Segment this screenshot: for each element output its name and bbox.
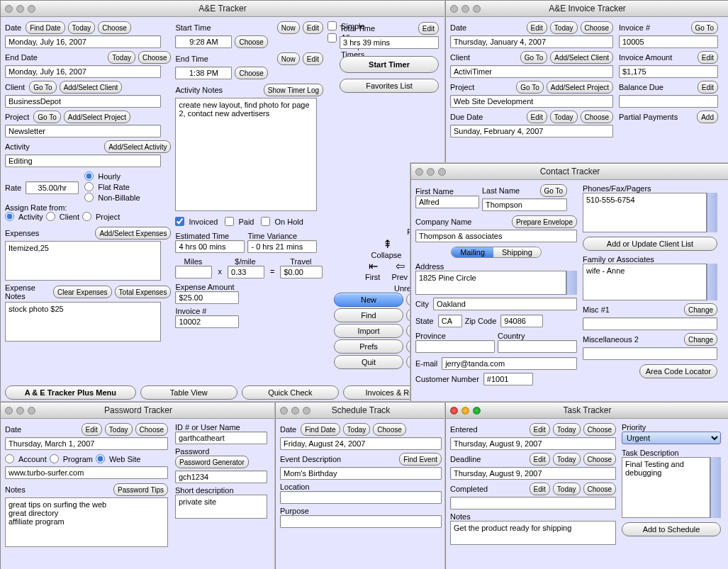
now-button[interactable]: Now xyxy=(277,52,300,65)
address-input[interactable]: 1825 Pine Circle xyxy=(415,271,566,295)
tab-shipping[interactable]: Shipping xyxy=(493,247,541,257)
titlebar[interactable]: Schedule Track xyxy=(276,402,446,419)
edit-button[interactable]: Edit xyxy=(82,423,102,436)
misc1-input[interactable] xyxy=(583,317,717,330)
date-input[interactable]: Monday, July 16, 2007 xyxy=(5,35,161,48)
goto-button[interactable]: Go To xyxy=(33,111,61,123)
total-expenses-button[interactable]: Total Expenses xyxy=(115,286,172,298)
today-button[interactable]: Today xyxy=(68,21,96,34)
invoice-amount-input[interactable]: $1,175 xyxy=(619,65,718,78)
end-date-input[interactable]: Monday, July 16, 2007 xyxy=(5,65,161,78)
website-radio[interactable]: Web Site xyxy=(96,454,140,463)
close-icon[interactable] xyxy=(450,407,458,415)
permile-input[interactable]: 0.33 xyxy=(228,266,264,278)
edit-button[interactable]: Edit xyxy=(530,453,550,466)
scrollbar[interactable] xyxy=(710,457,721,518)
travel-input[interactable]: $0.00 xyxy=(280,266,323,278)
add-select-project-button[interactable]: Add/Select Project xyxy=(64,111,130,123)
date-input[interactable]: Thursday, January 4, 2007 xyxy=(450,35,613,48)
table-view-button[interactable]: Table View xyxy=(140,385,237,400)
country-input[interactable] xyxy=(498,340,577,353)
first-name-input[interactable]: Alfred xyxy=(415,196,479,208)
titlebar[interactable]: Contact Tracker xyxy=(411,164,728,180)
id-user-input[interactable]: garthcatheart xyxy=(175,432,267,444)
deadline-input[interactable]: Thursday, August 9, 2007 xyxy=(450,467,616,480)
find-button[interactable]: Find xyxy=(334,308,403,322)
edit-button[interactable]: Edit xyxy=(303,52,323,65)
choose-button[interactable]: Choose xyxy=(235,67,267,79)
prefs-button[interactable]: Prefs xyxy=(334,339,403,354)
zoom-icon[interactable] xyxy=(28,5,35,13)
close-icon[interactable] xyxy=(5,407,13,415)
add-button[interactable]: Add xyxy=(697,111,718,123)
favorites-list-button[interactable]: Favorites List xyxy=(340,79,439,93)
import-button[interactable]: Import xyxy=(334,324,403,338)
today-button[interactable]: Today xyxy=(553,453,581,466)
completed-input[interactable] xyxy=(450,497,616,509)
close-icon[interactable] xyxy=(280,407,288,415)
location-input[interactable] xyxy=(280,491,442,504)
minimize-icon[interactable] xyxy=(16,407,24,415)
edit-button[interactable]: Edit xyxy=(527,111,547,123)
close-icon[interactable] xyxy=(5,5,13,13)
priority-select[interactable]: Urgent xyxy=(622,432,721,444)
prev-icon[interactable]: ⇦ xyxy=(396,259,405,273)
find-event-button[interactable]: Find Event xyxy=(399,453,442,466)
expenses-input[interactable]: Itemized,25 xyxy=(5,241,161,281)
onhold-checkbox[interactable]: On Hold xyxy=(261,217,303,226)
misc2-input[interactable] xyxy=(583,347,717,360)
edit-button[interactable]: Edit xyxy=(698,51,718,64)
end-time-input[interactable]: 1:38 PM xyxy=(175,67,232,79)
titlebar[interactable]: Task Tracker xyxy=(446,402,728,419)
miles-input[interactable] xyxy=(175,266,212,278)
invoice-number-input[interactable]: 10002 xyxy=(175,315,239,328)
project-input[interactable]: Newsletter xyxy=(5,125,161,137)
event-input[interactable]: Mom's Birthday xyxy=(280,467,442,480)
project-input[interactable]: Web Site Development xyxy=(450,95,613,108)
change-button[interactable]: Change xyxy=(684,303,717,316)
add-select-activity-button[interactable]: Add/Select Activity xyxy=(104,140,171,153)
last-name-input[interactable]: Thompson xyxy=(482,198,567,211)
today-button[interactable]: Today xyxy=(550,111,578,123)
customer-number-input[interactable]: #1001 xyxy=(483,373,533,385)
close-icon[interactable] xyxy=(415,168,423,176)
edit-button[interactable]: Edit xyxy=(303,21,323,34)
password-tips-button[interactable]: Password Tips xyxy=(113,483,168,496)
close-icon[interactable] xyxy=(450,5,458,13)
zoom-icon[interactable] xyxy=(28,407,35,415)
address-tabs[interactable]: Mailing Shipping xyxy=(451,247,542,258)
add-select-client-button[interactable]: Add/Select Client xyxy=(550,51,613,64)
add-update-client-button[interactable]: Add or Update Client List xyxy=(583,237,717,251)
notes-input[interactable]: Get the product ready for shipping xyxy=(450,521,616,545)
due-date-input[interactable]: Sunday, February 4, 2007 xyxy=(450,125,613,137)
zoom-icon[interactable] xyxy=(303,407,310,415)
first-icon[interactable]: ⇤ xyxy=(369,259,378,273)
balance-due-input[interactable] xyxy=(619,95,718,108)
minimize-icon[interactable] xyxy=(427,168,435,176)
time-variance-input[interactable]: - 0 hrs 21 mins xyxy=(247,240,317,253)
client-input[interactable]: ActiviTimer xyxy=(450,65,613,78)
today-button[interactable]: Today xyxy=(343,423,371,436)
company-name-input[interactable]: Thompson & associates xyxy=(415,230,577,242)
choose-button[interactable]: Choose xyxy=(373,423,405,436)
choose-button[interactable]: Choose xyxy=(581,111,613,123)
new-button[interactable]: New xyxy=(334,293,403,307)
choose-button[interactable]: Choose xyxy=(138,51,171,64)
short-desc-input[interactable]: private site xyxy=(175,495,267,519)
quit-button[interactable]: Quit xyxy=(334,355,403,369)
purpose-input[interactable] xyxy=(280,515,442,528)
edit-button[interactable]: Edit xyxy=(418,22,439,35)
assign-activity-radio[interactable]: Activity xyxy=(5,212,43,221)
edit-button[interactable]: Edit xyxy=(698,81,718,94)
quick-check-button[interactable]: Quick Check xyxy=(242,385,339,400)
scrollbar[interactable] xyxy=(707,264,717,300)
choose-button[interactable]: Choose xyxy=(581,21,613,34)
today-button[interactable]: Today xyxy=(105,423,133,436)
task-desc-input[interactable]: Final Testing and debugging xyxy=(622,457,710,518)
edit-button[interactable]: Edit xyxy=(530,423,550,436)
expense-notes-input[interactable]: stock photo $25 xyxy=(5,302,161,342)
add-select-client-button[interactable]: Add/Select Client xyxy=(60,81,123,94)
minimize-icon[interactable] xyxy=(291,407,299,415)
zoom-icon[interactable] xyxy=(438,168,446,176)
account-radio[interactable]: Account xyxy=(5,454,47,463)
